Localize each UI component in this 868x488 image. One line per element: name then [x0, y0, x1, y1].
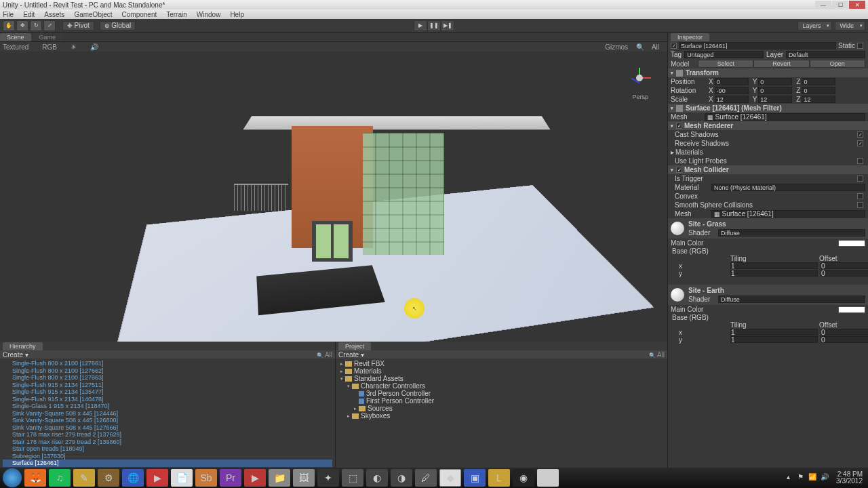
is-trigger-checkbox[interactable]: [857, 176, 863, 182]
select-button[interactable]: Select: [698, 60, 753, 68]
project-create[interactable]: Create ▾: [338, 351, 364, 359]
rot-x-field[interactable]: [715, 87, 749, 94]
tree-item[interactable]: ▾Character Controllers: [338, 382, 665, 390]
hierarchy-create[interactable]: Create ▾: [3, 351, 28, 359]
menu-gameobject[interactable]: GameObject: [74, 11, 112, 18]
hierarchy-list[interactable]: Single-Flush 800 x 2100 [127661] Single-…: [0, 359, 335, 472]
layers-dropdown[interactable]: Layers: [797, 21, 832, 30]
collider-mesh-field[interactable]: ▦ Surface [126461]: [711, 210, 865, 218]
project-search[interactable]: 🔍 All: [649, 351, 665, 359]
clock[interactable]: 2:48 PM 3/3/2012: [836, 471, 863, 485]
hierarchy-search[interactable]: 🔍 All: [317, 351, 332, 359]
shader-dropdown[interactable]: Diffuse: [718, 229, 865, 237]
app-icon[interactable]: 🖊: [415, 469, 437, 487]
tiling-x-field[interactable]: [730, 262, 818, 269]
app-icon[interactable]: ◐: [366, 469, 388, 487]
app-icon[interactable]: ▣: [464, 469, 486, 487]
tab-game[interactable]: Game: [33, 33, 63, 41]
rot-y-field[interactable]: [758, 87, 792, 94]
spotify-icon[interactable]: ♫: [49, 469, 71, 487]
main-color-swatch[interactable]: [838, 240, 865, 247]
tree-item[interactable]: ▸Revit FBX: [338, 360, 665, 367]
menu-assets[interactable]: Assets: [44, 11, 64, 18]
transform-header[interactable]: ▾Transform: [668, 68, 868, 77]
pivot-toggle[interactable]: ✥ Pivot: [62, 21, 94, 30]
offset-x-field[interactable]: [821, 329, 868, 336]
render-mode[interactable]: RGB: [42, 43, 57, 51]
premiere-icon[interactable]: Pr: [220, 469, 241, 487]
list-item[interactable]: Single-Flush 915 x 2134 [135477]: [3, 388, 332, 396]
shader-dropdown[interactable]: Diffuse: [718, 296, 865, 303]
list-item[interactable]: Single-Flush 915 x 2134 [127511]: [3, 382, 332, 389]
network-icon[interactable]: 📶: [808, 473, 817, 483]
pos-z-field[interactable]: [802, 78, 835, 85]
gizmo-center-icon[interactable]: [636, 75, 643, 81]
hierarchy-tab[interactable]: Hierarchy: [3, 342, 43, 350]
mesh-field[interactable]: ▦ Surface [126461]: [705, 113, 865, 121]
menu-edit[interactable]: Edit: [23, 11, 35, 18]
tree-item[interactable]: ▸Skyboxes: [338, 412, 665, 420]
menu-window[interactable]: Window: [197, 11, 221, 18]
rot-z-field[interactable]: [802, 87, 835, 94]
collider-enable-checkbox[interactable]: [676, 167, 682, 173]
cast-shadows-checkbox[interactable]: [857, 131, 863, 138]
menu-file[interactable]: File: [3, 11, 14, 18]
volume-icon[interactable]: 🔊: [820, 473, 829, 483]
scale-tool-icon[interactable]: ⤢: [43, 20, 56, 31]
project-tab[interactable]: Project: [338, 342, 371, 350]
smooth-sphere-checkbox[interactable]: [857, 202, 863, 208]
mesh-renderer-header[interactable]: ▾Mesh Renderer: [668, 121, 868, 130]
app-icon[interactable]: 🌐: [122, 469, 144, 487]
mesh-filter-header[interactable]: ▾Surface [126461] (Mesh Filter): [668, 104, 868, 113]
static-checkbox[interactable]: [857, 43, 863, 49]
tab-scene[interactable]: Scene: [0, 33, 31, 41]
app-icon[interactable]: Sb: [195, 469, 217, 487]
list-item[interactable]: Stair open treads [118049]: [3, 445, 332, 453]
app-icon[interactable]: 📄: [171, 469, 193, 487]
tree-item[interactable]: ▸Sources: [338, 405, 665, 412]
scl-x-field[interactable]: [715, 96, 749, 103]
tag-dropdown[interactable]: Untagged: [684, 51, 764, 58]
physic-material-field[interactable]: None (Physic Material): [711, 184, 865, 191]
app-icon[interactable]: ◉: [537, 469, 559, 487]
scene-audio-icon[interactable]: 🔊: [90, 43, 98, 51]
app-icon[interactable]: ✎: [73, 469, 95, 487]
maximize-button[interactable]: ☐: [832, 1, 848, 9]
tree-item[interactable]: ▸Materials: [338, 367, 665, 375]
mesh-collider-header[interactable]: ▾Mesh Collider: [668, 165, 868, 174]
app-icon[interactable]: 📁: [269, 469, 290, 487]
list-item[interactable]: Subregion [137630]: [3, 453, 332, 460]
list-item[interactable]: Sink Vanity-Square 508 x 445 [127666]: [3, 424, 332, 432]
shading-mode[interactable]: Textured: [3, 43, 28, 51]
scl-z-field[interactable]: [802, 96, 835, 103]
gizmos-toggle[interactable]: Gizmos: [605, 43, 628, 51]
app-icon[interactable]: 🖼: [293, 469, 315, 487]
move-tool-icon[interactable]: ✥: [16, 20, 28, 31]
inspector-tab[interactable]: Inspector: [671, 33, 709, 41]
app-icon[interactable]: L: [488, 469, 510, 487]
offset-y-field[interactable]: [821, 336, 868, 343]
global-toggle[interactable]: ⊕ Global: [100, 21, 136, 30]
offset-y-field[interactable]: [821, 270, 868, 277]
app-icon[interactable]: ⚙: [98, 469, 119, 487]
list-item[interactable]: Single-Glass 1 915 x 2134 [118470]: [3, 403, 332, 410]
project-tree[interactable]: ▸Revit FBX ▸Materials ▾Standard Assets ▾…: [336, 359, 667, 472]
start-button[interactable]: [3, 468, 22, 487]
tree-item[interactable]: ▾Standard Assets: [338, 375, 665, 382]
list-item-selected[interactable]: Surface [126461]: [3, 460, 332, 467]
pos-x-field[interactable]: [715, 78, 749, 85]
list-item[interactable]: Stair 178 max riser 279 tread 2 [137628]: [3, 431, 332, 439]
renderer-enable-checkbox[interactable]: [676, 123, 682, 129]
menu-component[interactable]: Component: [122, 11, 157, 18]
list-item[interactable]: Sink Vanity-Square 508 x 445 [126800]: [3, 417, 332, 424]
firefox-icon[interactable]: 🦊: [24, 469, 46, 487]
offset-x-field[interactable]: [821, 262, 868, 269]
menu-help[interactable]: Help: [230, 11, 244, 18]
list-item[interactable]: Sink Vanity-Square 508 x 445 [124446]: [3, 410, 332, 418]
app-icon[interactable]: ▶: [146, 469, 168, 487]
revert-button[interactable]: Revert: [753, 60, 809, 68]
tiling-y-field[interactable]: [730, 270, 818, 277]
convex-checkbox[interactable]: [857, 193, 863, 199]
scene-viewport[interactable]: Persp ↖: [0, 52, 667, 342]
scene-light-icon[interactable]: ☀: [71, 43, 77, 51]
